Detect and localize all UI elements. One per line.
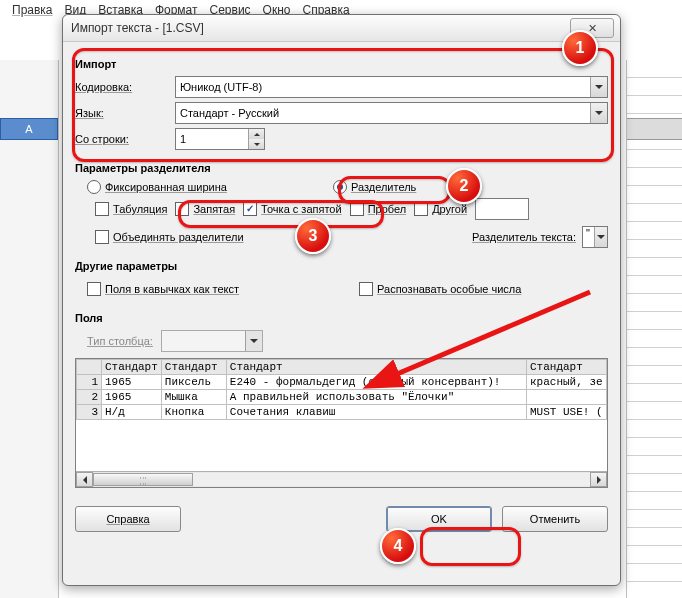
comma-label: Запятая	[193, 203, 235, 215]
menu-item[interactable]: Правка	[12, 3, 53, 17]
cell[interactable]: А правильней использовать "Ёлочки"	[226, 390, 526, 405]
other-checkbox[interactable]	[414, 202, 428, 216]
scroll-left-icon[interactable]	[76, 472, 93, 487]
comma-checkbox[interactable]	[175, 202, 189, 216]
scroll-track[interactable]	[93, 473, 590, 486]
spinner-down-icon[interactable]	[248, 139, 264, 149]
col-header[interactable]: Стандарт	[161, 360, 226, 375]
bg-right-grid	[626, 60, 682, 598]
language-label: Язык:	[75, 107, 175, 119]
preview-hscrollbar[interactable]	[76, 471, 607, 487]
cell[interactable]: Пиксель	[161, 375, 226, 390]
row-number: 3	[77, 405, 102, 420]
other-input[interactable]	[475, 198, 529, 220]
space-label: Пробел	[368, 203, 407, 215]
cell[interactable]: Мышка	[161, 390, 226, 405]
space-checkbox[interactable]	[350, 202, 364, 216]
col-header[interactable]: Стандарт	[226, 360, 526, 375]
corner-cell	[77, 360, 102, 375]
cancel-button[interactable]: Отменить	[502, 506, 608, 532]
fixed-width-radio[interactable]	[87, 180, 101, 194]
semicolon-checkbox[interactable]	[243, 202, 257, 216]
delimiter-label: Разделитель	[351, 181, 416, 193]
fromrow-label: Со строки:	[75, 133, 175, 145]
ok-button[interactable]: OK	[386, 506, 492, 532]
cell[interactable]: Кнопка	[161, 405, 226, 420]
cell[interactable]: 1965	[102, 390, 162, 405]
tab-label: Табуляция	[113, 203, 167, 215]
cell[interactable]	[527, 390, 607, 405]
text-sep-label: Разделитель текста:	[472, 231, 576, 243]
table-row: 1 1965 Пиксель Е240 - формальдегид (опас…	[77, 375, 607, 390]
quoted-checkbox[interactable]	[87, 282, 101, 296]
preview-header-row: Стандарт Стандарт Стандарт Стандарт	[77, 360, 607, 375]
col-header[interactable]: Стандарт	[102, 360, 162, 375]
merge-checkbox[interactable]	[95, 230, 109, 244]
column-header-a[interactable]: A	[0, 118, 58, 140]
other-label: Другой	[432, 203, 467, 215]
quoted-label: Поля в кавычках как текст	[105, 283, 239, 295]
section-separator-label: Параметры разделителя	[75, 162, 608, 174]
bg-left-gutter	[0, 60, 59, 598]
fixed-width-label: Фиксированная ширина	[105, 181, 227, 193]
encoding-value: Юникод (UTF-8)	[180, 81, 262, 93]
cell[interactable]: 1965	[102, 375, 162, 390]
dropdown-arrow-icon[interactable]	[594, 227, 607, 247]
coltype-combo[interactable]	[161, 330, 263, 352]
encoding-label: Кодировка:	[75, 81, 175, 93]
text-sep-value: "	[583, 227, 590, 239]
help-button[interactable]: Справка	[75, 506, 181, 532]
fromrow-value: 1	[180, 133, 186, 145]
encoding-combo[interactable]: Юникод (UTF-8)	[175, 76, 608, 98]
semicolon-label: Точка с запятой	[261, 203, 342, 215]
detect-checkbox[interactable]	[359, 282, 373, 296]
fromrow-spinner[interactable]: 1	[175, 128, 265, 150]
dropdown-arrow-icon[interactable]	[590, 77, 607, 97]
preview-table[interactable]: Стандарт Стандарт Стандарт Стандарт 1 19…	[76, 359, 607, 420]
tab-checkbox[interactable]	[95, 202, 109, 216]
scroll-right-icon[interactable]	[590, 472, 607, 487]
section-import-label: Импорт	[75, 58, 608, 70]
row-number: 1	[77, 375, 102, 390]
cell[interactable]: Е240 - формальдегид (опасный консервант)…	[226, 375, 526, 390]
table-row: 3 Н/д Кнопка Сочетания клавиш MUST USE! …	[77, 405, 607, 420]
cell[interactable]: MUST USE! (	[527, 405, 607, 420]
section-fields-label: Поля	[75, 312, 608, 324]
col-header[interactable]: Стандарт	[527, 360, 607, 375]
delimiter-radio[interactable]	[333, 180, 347, 194]
import-text-dialog: Импорт текста - [1.CSV] ✕ Импорт Кодиров…	[62, 14, 621, 586]
language-value: Стандарт - Русский	[180, 107, 279, 119]
dialog-titlebar[interactable]: Импорт текста - [1.CSV] ✕	[63, 15, 620, 42]
language-combo[interactable]: Стандарт - Русский	[175, 102, 608, 124]
scroll-thumb[interactable]	[93, 473, 193, 486]
table-row: 2 1965 Мышка А правильней использовать "…	[77, 390, 607, 405]
cell[interactable]: Н/д	[102, 405, 162, 420]
section-other-label: Другие параметры	[75, 260, 608, 272]
close-icon: ✕	[588, 22, 597, 35]
spinner-up-icon[interactable]	[248, 129, 264, 139]
row-number: 2	[77, 390, 102, 405]
preview-pane: Стандарт Стандарт Стандарт Стандарт 1 19…	[75, 358, 608, 488]
merge-label: Объединять разделители	[113, 231, 244, 243]
cell[interactable]: красный, зе	[527, 375, 607, 390]
close-button[interactable]: ✕	[570, 18, 614, 38]
bg-right-col-header	[627, 118, 682, 140]
text-sep-combo[interactable]: "	[582, 226, 608, 248]
cell[interactable]: Сочетания клавиш	[226, 405, 526, 420]
dropdown-arrow-icon[interactable]	[590, 103, 607, 123]
dropdown-arrow-icon[interactable]	[245, 331, 262, 351]
dialog-title: Импорт текста - [1.CSV]	[71, 21, 204, 35]
coltype-label: Тип столбца:	[87, 335, 153, 347]
detect-label: Распознавать особые числа	[377, 283, 521, 295]
